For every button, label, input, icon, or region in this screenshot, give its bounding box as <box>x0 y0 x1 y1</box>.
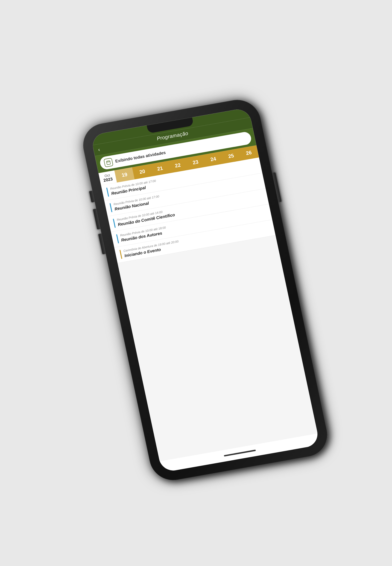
power-button <box>272 172 282 202</box>
svg-line-1 <box>107 162 110 162</box>
app-content: ‹ Programação <box>91 107 320 472</box>
volume-mute-button <box>89 191 95 202</box>
calendar-filter-icon <box>103 158 113 167</box>
phone-screen: ‹ Programação <box>91 107 320 472</box>
svg-line-3 <box>109 161 109 161</box>
volume-up-button <box>93 209 100 229</box>
phone-mockup: ‹ Programação <box>79 96 331 484</box>
month-year: 2023 <box>103 177 113 183</box>
svg-rect-0 <box>106 161 111 165</box>
event-accent <box>120 250 122 259</box>
event-accent <box>116 234 119 243</box>
back-button[interactable]: ‹ <box>98 146 101 153</box>
volume-down-button <box>98 233 106 254</box>
filter-text: Exibindo todas atividades <box>115 150 166 164</box>
event-accent <box>110 203 112 212</box>
event-accent <box>113 219 116 228</box>
events-list: Reunião Prévia de 10:00 até 17:00Reunião… <box>101 157 318 461</box>
phone-shell: ‹ Programação <box>79 96 331 484</box>
scene: ‹ Programação <box>0 0 392 566</box>
svg-line-2 <box>107 161 108 161</box>
home-indicator <box>224 449 256 457</box>
event-accent <box>106 187 109 197</box>
